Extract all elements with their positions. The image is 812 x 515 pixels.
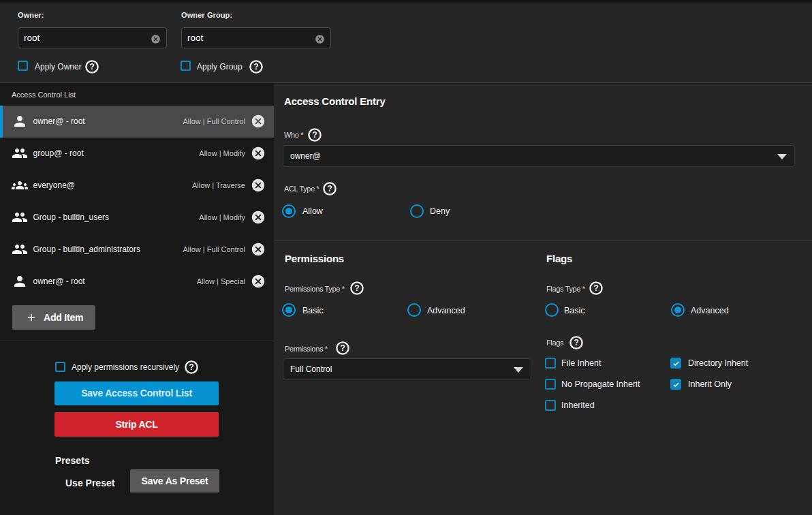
svg-text:?: ? xyxy=(312,130,317,140)
svg-text:?: ? xyxy=(327,184,332,193)
svg-text:?: ? xyxy=(354,283,360,293)
svg-text:?: ? xyxy=(89,62,95,72)
svg-text:?: ? xyxy=(189,362,194,372)
svg-text:?: ? xyxy=(574,338,579,347)
svg-text:?: ? xyxy=(593,283,599,293)
svg-text:?: ? xyxy=(253,62,259,72)
svg-text:?: ? xyxy=(340,343,345,353)
